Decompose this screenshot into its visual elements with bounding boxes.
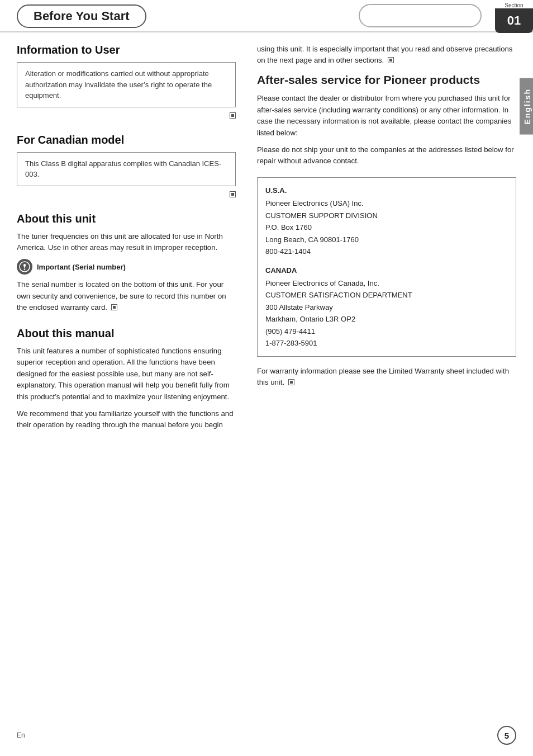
usa-label: U.S.A. [265,185,508,196]
footer: En 5 [0,726,533,745]
usa-city: Long Beach, CA 90801-1760 [265,234,508,245]
usa-phone: 800-421-1404 [265,245,508,257]
important-row: Important (Serial number) [17,259,236,275]
section-number: 01 [495,8,533,33]
canadian-model-text: This Class B digital apparatus complies … [25,159,221,179]
about-manual-p1: This unit features a number of sophistic… [17,346,236,403]
top-bar: Before You Start Section 01 [0,0,533,32]
about-unit-paragraph: The tuner frequencies on this unit are a… [17,231,236,254]
footer-page-number: 5 [497,726,516,745]
canada-phone2: 1-877-283-5901 [265,337,508,349]
end-marker-1 [230,112,236,119]
canadian-model-box: This Class B digital apparatus complies … [17,152,236,186]
usa-po: P.O. Box 1760 [265,221,508,233]
canada-section: CANADA Pioneer Electronics of Canada, In… [265,264,508,349]
info-to-user-heading: Information to User [17,44,236,56]
top-bar-center [146,0,533,31]
address-box: U.S.A. Pioneer Electronics (USA) Inc. CU… [257,177,516,357]
after-sales-p1: Please contact the dealer or distributor… [257,93,516,139]
after-sales-p2: Please do not ship your unit to the comp… [257,144,516,167]
canada-city: Markham, Ontario L3R OP2 [265,313,508,325]
svg-point-1 [24,269,26,271]
page-title: Before You Start [17,4,146,28]
usa-company: Pioneer Electronics (USA) Inc. [265,197,508,209]
language-tab: English [520,78,533,135]
about-manual-heading: About this manual [17,327,236,340]
important-paragraph: The serial number is located on the bott… [17,279,236,313]
section-label: Section [505,2,523,8]
section-badge-area: Section 01 [495,0,533,33]
page: Before You Start Section 01 English Info… [0,0,533,756]
important-icon [17,259,32,275]
about-manual-p2: We recommend that you familiarize yourse… [17,408,236,431]
canada-company: Pioneer Electronics of Canada, Inc. [265,277,508,289]
end-marker-4 [388,57,394,63]
end-marker-2 [230,191,236,197]
warning-icon [19,261,30,272]
main-content: Information to User Alteration or modifi… [0,32,533,448]
usa-division: CUSTOMER SUPPORT DIVISION [265,210,508,221]
end-marker-5 [288,379,294,385]
continued-text: using this unit. It is especially import… [257,44,516,67]
about-unit-heading: About this unit [17,212,236,225]
end-marker-3 [111,304,117,310]
canada-label: CANADA [265,264,508,276]
warranty-text: For warranty information please see the … [257,366,516,389]
top-bar-right-pill [359,4,482,27]
right-column: using this unit. It is especially import… [251,44,516,437]
info-to-user-box: Alteration or modifications carried out … [17,62,236,107]
footer-en-label: En [17,731,25,739]
canada-division: CUSTOMER SATISFACTION DEPARTMENT [265,289,508,301]
canada-phone1: (905) 479-4411 [265,325,508,337]
left-column: Information to User Alteration or modifi… [17,44,251,437]
canada-street: 300 Allstate Parkway [265,301,508,313]
after-sales-heading: After-sales service for Pioneer products [257,72,516,87]
info-to-user-text: Alteration or modifications carried out … [25,69,212,100]
canadian-model-heading: For Canadian model [17,134,236,147]
important-label: Important (Serial number) [37,263,126,271]
